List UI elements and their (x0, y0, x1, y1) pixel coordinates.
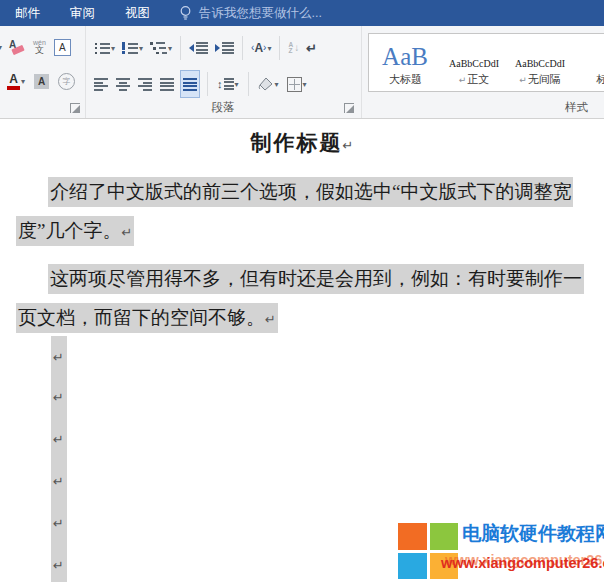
font-color-bar (7, 86, 20, 90)
show-hide-marks-button[interactable]: ↵ (304, 37, 319, 59)
document-title-text: 制作标题 (251, 131, 343, 155)
shading-button[interactable]: ▾ (256, 73, 281, 95)
logo-square-green (430, 523, 459, 550)
pilcrow-mark: ↵ (53, 350, 64, 365)
numbered-list-dropdown-icon[interactable]: ▾ (139, 44, 143, 53)
logo-square-blue (398, 553, 427, 580)
align-right-button[interactable] (136, 73, 154, 95)
clipped-dropdown-icon[interactable]: ▾ (0, 43, 2, 52)
sort-button[interactable]: A Z ↓ (286, 37, 301, 59)
asian-layout-icon: ‹ A › (251, 42, 266, 54)
shading-bucket-icon (258, 77, 274, 92)
tell-me-box[interactable]: 告诉我您想要做什么... (179, 5, 322, 22)
paragraph2-line1[interactable]: 这两项尽管用得不多，但有时还是会用到，例如：有时要制作一 (48, 264, 584, 294)
align-center-icon (116, 78, 130, 91)
ribbon-tab-bar: 邮件 审阅 视图 告诉我您想要做什么... (0, 0, 604, 26)
numbered-list-icon (122, 42, 138, 54)
phonetic-guide-icon: wén 文 (33, 39, 46, 55)
enclose-characters-icon: 字 (58, 73, 75, 90)
pilcrow-mark: ↵ (53, 474, 64, 489)
clear-formatting-icon: A (8, 39, 25, 56)
shading-dropdown-icon[interactable]: ▾ (275, 80, 279, 89)
style-name: 无间隔 (528, 72, 561, 87)
align-left-icon (94, 78, 108, 91)
sort-icon: A Z ↓ (288, 42, 299, 55)
pilcrow-mark: ↵ (265, 312, 276, 327)
font-color-icon: A (7, 73, 20, 90)
distribute-text-icon (183, 78, 197, 91)
document-title-line[interactable]: 制作标题↵ (0, 129, 604, 157)
document-canvas[interactable]: 制作标题↵ 介绍了中文版式的前三个选项，假如选中“中文版式下的调整宽 度”几个字… (0, 119, 604, 582)
pilcrow-mark: ↵ (53, 390, 64, 405)
paragraph2-line2[interactable]: 页文档，而留下的空间不够。↵ (16, 303, 278, 333)
asian-layout-button[interactable]: ‹ A › ▾ (249, 37, 273, 59)
align-left-button[interactable] (92, 73, 110, 95)
separator (279, 36, 280, 60)
tab-mailings[interactable]: 邮件 (0, 0, 55, 26)
style-card-no-spacing[interactable]: AaBbCcDdI ↵ 无间隔 (507, 34, 573, 91)
multilevel-list-dropdown-icon[interactable]: ▾ (168, 44, 172, 53)
pilcrow-mark: ↵ (53, 516, 64, 531)
style-name: 大标题 (389, 72, 422, 87)
character-shading-button[interactable]: A (32, 70, 51, 92)
paragraph-mark-icon: ↵ (306, 42, 317, 55)
paragraph1-line1[interactable]: 介绍了中文版式的前三个选项，假如选中“中文版式下的调整宽 (48, 177, 573, 207)
character-border-button[interactable]: A (52, 36, 73, 58)
enclose-characters-button[interactable]: 字 (56, 70, 77, 92)
distribute-text-button[interactable] (180, 70, 200, 98)
numbered-list-button[interactable]: ▾ (120, 37, 145, 59)
selected-empty-paragraphs[interactable]: ↵ ↵ ↵ ↵ ↵ ↵ (51, 336, 67, 582)
bullet-list-icon (94, 42, 110, 54)
borders-dropdown-icon[interactable]: ▾ (303, 80, 307, 89)
decrease-indent-icon (189, 42, 208, 54)
character-border-icon: A (54, 39, 71, 56)
watermark-site-name: 电脑软硬件教程网 (462, 521, 604, 547)
font-group: ▾ A wén 文 A A (0, 26, 86, 118)
styles-group-label: 样式 (565, 100, 588, 115)
styles-gallery: AaB 大标题 AaBbCcDdI ↵ 正文 AaBbCcDdI ↵ 无间隔 (368, 33, 604, 92)
tab-review[interactable]: 审阅 (55, 0, 110, 26)
style-card-title[interactable]: AaB 大标题 (369, 34, 441, 91)
paragraph-dialog-launcher[interactable] (344, 103, 354, 113)
increase-indent-button[interactable] (213, 37, 236, 59)
styles-group: AaB 大标题 AaBbCcDdI ↵ 正文 AaBbCcDdI ↵ 无间隔 (361, 26, 604, 118)
line-spacing-button[interactable]: ↕ ▾ (215, 73, 241, 95)
separator (242, 36, 243, 60)
bullet-list-dropdown-icon[interactable]: ▾ (111, 44, 115, 53)
separator (207, 72, 208, 96)
style-card-normal[interactable]: AaBbCcDdI ↵ 正文 (441, 34, 507, 91)
character-shading-icon: A (34, 74, 49, 89)
separator (248, 72, 249, 96)
font-dialog-launcher[interactable] (70, 103, 80, 113)
pilcrow-mark: ↵ (53, 432, 64, 447)
multilevel-list-icon (150, 42, 167, 54)
paragraph-group: ▾ ▾ ▾ ‹ A › (85, 26, 362, 118)
line-spacing-dropdown-icon[interactable]: ▾ (235, 80, 239, 89)
paragraph-group-label: 段落 (85, 100, 361, 115)
font-color-button[interactable]: A ▾ (5, 70, 27, 92)
separator (180, 36, 181, 60)
font-color-dropdown-icon[interactable]: ▾ (21, 77, 25, 86)
tab-view[interactable]: 视图 (110, 0, 165, 26)
justify-button[interactable] (158, 73, 176, 95)
clear-formatting-button[interactable]: A (6, 36, 27, 58)
lightbulb-icon (179, 5, 192, 21)
align-center-button[interactable] (114, 73, 132, 95)
borders-button[interactable]: ▾ (285, 73, 309, 95)
style-name: 正文 (467, 72, 489, 87)
ribbon: ▾ A wén 文 A A (0, 26, 604, 119)
line-spacing-icon: ↕ (217, 78, 234, 90)
borders-icon (287, 77, 302, 92)
phonetic-guide-button[interactable]: wén 文 (31, 36, 48, 58)
style-card-heading1[interactable]: 1. 标题 1 (573, 34, 604, 91)
pilcrow-mark: ↵ (53, 558, 64, 573)
decrease-indent-button[interactable] (187, 37, 210, 59)
pilcrow-mark: ↵ (121, 225, 132, 240)
multilevel-list-button[interactable]: ▾ (148, 37, 174, 59)
justify-icon (160, 78, 174, 91)
align-right-icon (138, 78, 152, 91)
watermark-url: www.xiangcomputer26.com (441, 555, 604, 571)
asian-layout-dropdown-icon[interactable]: ▾ (267, 44, 271, 53)
bullet-list-button[interactable]: ▾ (92, 37, 117, 59)
paragraph1-line2[interactable]: 度”几个字。↵ (16, 216, 134, 246)
